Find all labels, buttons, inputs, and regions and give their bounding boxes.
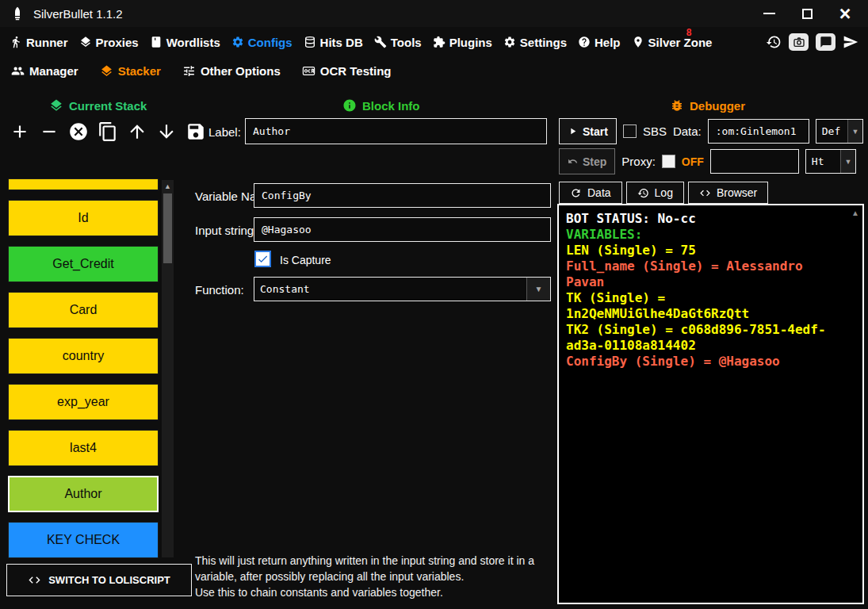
submenu-item-manager[interactable]: Manager <box>11 64 78 78</box>
debug-output-line: BOT STATUS: No-cc <box>566 211 843 227</box>
stack-block-country[interactable]: country <box>8 338 159 374</box>
tab-data[interactable]: Data <box>559 182 622 204</box>
function-value: Constant <box>254 278 526 301</box>
proxy-label: Proxy: <box>621 155 656 168</box>
variable-name-input[interactable] <box>254 183 551 208</box>
menu-item-tools[interactable]: Tools <box>374 36 422 49</box>
chevron-down-icon[interactable]: ▼ <box>840 150 855 173</box>
debug-output-line: TK (Single) = 1n2QeNMUiGlhe4DaGt6RzQtt <box>566 290 843 322</box>
function-dropdown[interactable]: Constant ▼ <box>254 277 551 301</box>
app-window: SilverBullet 1.1.2 × Runner Proxies Word… <box>0 0 868 609</box>
submenu: Manager Stacker Other Options OCR Testin… <box>0 57 868 84</box>
proxy-type-combo[interactable]: Ht ▼ <box>805 149 856 174</box>
debug-output-line: VARIABLES: <box>566 227 843 243</box>
submenu-item-label: Stacker <box>118 64 161 78</box>
tab-browser[interactable]: Browser <box>688 182 768 204</box>
stack-block-get-credit[interactable]: Get_Credit <box>8 246 159 282</box>
debugger-tabs: Data Log Browser <box>559 182 768 204</box>
submenu-item-ocr-testing[interactable]: OCR Testing <box>302 64 392 78</box>
telegram-icon[interactable] <box>843 34 858 50</box>
submenu-item-other-options[interactable]: Other Options <box>182 64 281 78</box>
sbs-checkbox[interactable] <box>623 124 637 138</box>
menu-item-settings[interactable]: Settings <box>503 36 567 49</box>
proxy-input[interactable] <box>710 149 799 174</box>
minimize-icon <box>763 13 775 14</box>
menu-item-wordlists[interactable]: Wordlists <box>150 36 220 49</box>
app-icon <box>10 6 25 21</box>
is-capture-checkbox[interactable] <box>254 251 271 267</box>
minus-icon <box>39 121 59 142</box>
menu-item-runner[interactable]: Runner <box>10 36 68 49</box>
block-info-header: Block Info <box>342 98 420 113</box>
window-controls: × <box>763 7 858 20</box>
scrollbar-thumb[interactable] <box>163 193 172 263</box>
menubar-right-icons <box>766 33 858 51</box>
close-button[interactable]: × <box>839 7 851 20</box>
stack-block-exp-year[interactable]: exp_year <box>8 384 159 420</box>
step-button[interactable]: Step <box>559 148 615 174</box>
menu-item-help[interactable]: Help <box>578 36 621 49</box>
menubar: Runner Proxies Wordlists Configs Hits DB… <box>0 27 868 57</box>
save-stack-button[interactable] <box>184 120 208 144</box>
menu-item-label: Help <box>595 36 621 49</box>
code-icon <box>28 573 41 587</box>
stack-block-author[interactable]: Author <box>8 476 159 512</box>
switch-to-loliscript-button[interactable]: SWITCH TO LOLISCRIPT <box>6 564 192 596</box>
proxy-type-value: Ht <box>806 150 840 173</box>
minimize-button[interactable] <box>763 7 775 20</box>
stack-block-card[interactable]: Card <box>8 292 159 328</box>
submenu-item-stacker[interactable]: Stacker <box>100 64 161 78</box>
block-label-input[interactable] <box>245 118 547 144</box>
debug-data-input[interactable] <box>708 119 809 144</box>
stack-block-last4[interactable]: last4 <box>8 430 159 466</box>
people-icon <box>11 64 25 78</box>
check-icon <box>257 253 269 265</box>
play-icon <box>568 126 578 136</box>
menu-item-configs[interactable]: Configs <box>231 36 293 49</box>
proxy-checkbox[interactable] <box>662 155 675 168</box>
history-icon[interactable] <box>766 34 782 50</box>
maximize-button[interactable] <box>801 7 813 20</box>
scroll-up-arrow[interactable]: ▲ <box>851 209 859 217</box>
submenu-item-label: Other Options <box>201 64 281 78</box>
chevron-down-icon[interactable]: ▼ <box>526 278 550 301</box>
debugger-title: Debugger <box>690 99 745 113</box>
move-up-button[interactable] <box>125 120 149 144</box>
stack-layers-icon <box>49 98 63 113</box>
chevron-down-icon[interactable]: ▼ <box>847 120 862 143</box>
move-down-button[interactable] <box>155 120 178 144</box>
camera-icon[interactable] <box>789 33 809 51</box>
stack-block-key-check[interactable]: KEY CHECK <box>8 522 159 558</box>
scroll-up-arrow[interactable]: ▲ <box>162 181 174 192</box>
menu-item-plugins[interactable]: Plugins <box>433 36 492 49</box>
menu-item-label: Configs <box>248 36 293 49</box>
submenu-item-label: Manager <box>29 64 78 78</box>
clear-stack-button[interactable] <box>67 120 90 144</box>
switch-button-label: SWITCH TO LOLISCRIPT <box>48 574 170 586</box>
tab-log[interactable]: Log <box>626 182 684 204</box>
ocr-icon <box>302 64 315 78</box>
menu-item-silver-zone[interactable]: 8 Silver Zone <box>632 36 713 49</box>
debugger-header: Debugger <box>670 98 745 113</box>
clone-block-button[interactable] <box>96 120 120 144</box>
add-block-button[interactable] <box>8 120 32 144</box>
maximize-icon <box>802 9 813 19</box>
function-label: Function: <box>195 283 244 297</box>
remove-block-button[interactable] <box>37 120 61 144</box>
debugger-controls-row2: Step Proxy: OFF Ht ▼ <box>559 148 863 174</box>
stack-block-partial[interactable] <box>8 178 159 190</box>
start-button[interactable]: Start <box>559 118 617 144</box>
bug-icon <box>670 98 684 113</box>
debug-output[interactable]: BOT STATUS: No-cc VARIABLES: LEN (Single… <box>557 204 864 604</box>
start-button-label: Start <box>583 125 608 138</box>
plus-icon <box>10 121 30 142</box>
stack-scrollbar[interactable]: ▲ <box>162 180 174 557</box>
gear-icon <box>503 36 516 48</box>
menu-item-label: Settings <box>520 36 567 49</box>
stack-block-id[interactable]: Id <box>8 200 159 236</box>
menu-item-proxies[interactable]: Proxies <box>79 36 139 49</box>
data-type-combo[interactable]: Def ▼ <box>816 119 863 144</box>
chat-icon[interactable] <box>816 33 835 51</box>
menu-item-hits-db[interactable]: Hits DB <box>304 36 363 49</box>
input-string-input[interactable] <box>254 217 551 242</box>
